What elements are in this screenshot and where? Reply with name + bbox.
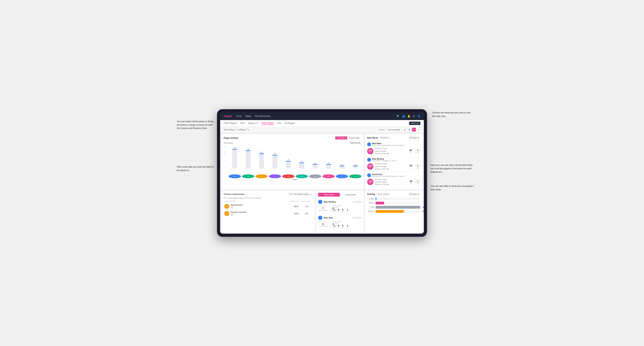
scoring-bar-wrap: 315 <box>376 210 420 213</box>
scoring-bar-fill <box>376 210 404 213</box>
shot-card[interactable]: Matt Miller 09 Jun 2023 · Royal North De… <box>367 141 420 156</box>
y-label-0: 0 <box>224 167 225 169</box>
most-active-tab[interactable]: Most Active <box>318 193 340 197</box>
bar-value: 9 <box>274 153 275 155</box>
bar[interactable] <box>299 163 304 169</box>
bar[interactable] <box>340 166 344 169</box>
add-to-all-button[interactable]: Add To All <box>409 122 420 125</box>
shot-card[interactable]: Blair McHarg 23 Jul 2023 · Ashridge GC, … <box>367 156 420 172</box>
bar[interactable] <box>353 166 358 169</box>
least-active-tab[interactable]: Least Active <box>340 193 362 197</box>
bell-icon[interactable]: 🔔 <box>408 115 410 118</box>
nav-items: Home Teams My Performance <box>236 115 396 117</box>
bar-group: 5 <box>282 159 294 169</box>
ma-avatar <box>318 200 322 204</box>
sub-nav: PGAT Players PGA Hcaps 1-5 Team Clippd T… <box>220 120 424 127</box>
pl-filter-dropdown[interactable]: PUTT Must Make Putting... ▾ <box>288 193 312 196</box>
bar[interactable] <box>286 161 291 169</box>
pl-pb-score: 19/20 <box>291 205 301 207</box>
bar[interactable] <box>326 164 331 169</box>
shot-avatar <box>367 158 371 162</box>
list-view-icon[interactable]: ☰ <box>403 128 407 132</box>
bar[interactable] <box>232 149 237 169</box>
toggle-group: On Course Practice Drills <box>335 136 362 140</box>
scoring-player-filter[interactable]: All Players ▾ <box>408 193 420 196</box>
shot-zero: 0 yds <box>416 149 420 154</box>
shot-badge: 198 SG <box>367 179 374 185</box>
annotation-filter: Filter what data you wish the table to b… <box>177 165 215 172</box>
scoring-panel: Scoring Par 3, 4 & 5s ▾ All Players ▾ Ea… <box>365 191 422 232</box>
bar-chart-area: 15 10 5 0 1312109543322 <box>224 146 362 174</box>
tablet-screen: clippd Home Teams My Performance 🔍 👥 🔔 ⊕… <box>220 112 424 234</box>
nav-item-teams[interactable]: Teams <box>245 115 251 117</box>
shot-badge-number: 200 <box>368 165 372 167</box>
shot-card[interactable]: David Ford 24 Aug 2023 · Royal North Dev… <box>367 172 420 187</box>
panel-header: Player Activity On Course Practice Drill… <box>224 136 362 140</box>
edit-icon[interactable]: ✏️ <box>247 129 250 131</box>
bar-group: 9 <box>269 153 281 169</box>
bar-value: 3 <box>328 162 329 164</box>
pl-title: Practice Leaderboards <box>224 193 244 195</box>
bar-group: 2 <box>349 164 362 169</box>
sub-nav-pga[interactable]: PGA <box>240 122 245 125</box>
time-select-dropdown[interactable]: Last 3 months <box>386 128 401 131</box>
avatar-icon[interactable]: 👤 <box>418 115 420 118</box>
pl-player: EC Edward Crossman 2 <box>224 211 291 216</box>
bar-group: 13 <box>228 147 241 169</box>
annotation-player-filter: You can also filter to show just one pla… <box>430 184 476 191</box>
bar[interactable] <box>272 155 278 169</box>
ma-date: 02 Sep 2023 <box>352 217 362 219</box>
all-shots-filter[interactable]: All Shots ▾ <box>380 136 390 139</box>
people-icon[interactable]: 👥 <box>402 115 405 118</box>
nav-right: 🔍 👥 🔔 ⊕ 👤 <box>396 115 420 118</box>
card-view-icon[interactable]: ♥ <box>412 128 416 132</box>
bar-value: 2 <box>355 164 356 165</box>
scoring-filter-dropdown[interactable]: Par 3, 4 & 5s ▾ <box>376 193 390 196</box>
pl-row[interactable]: EC Edward Crossman 2 18/20 107 <box>224 210 312 217</box>
chart-avatar: DF <box>255 174 268 178</box>
bar[interactable] <box>246 150 250 169</box>
player-count: 14 Players <box>237 129 246 131</box>
scoring-chart: Eagles 3 Birdies 96 Pars 499 Bogeys 315 <box>367 197 420 213</box>
scoring-bar-fill <box>376 206 420 209</box>
total-rounds-dropdown[interactable]: Total Rounds <box>349 141 362 144</box>
separator: | <box>235 129 236 131</box>
sub-nav-team-clippd[interactable]: Team Clippd <box>261 122 274 125</box>
shot-info: Shot Dist: 16 yds Start Lie: Rough End L… <box>375 178 406 186</box>
chart-avatar: RB <box>309 174 322 178</box>
on-course-toggle[interactable]: On Course <box>335 137 347 140</box>
pl-row[interactable]: RB Richard Butler 1 19/20 110 <box>224 203 312 210</box>
practice-drills-toggle[interactable]: Practice Drills <box>347 137 362 140</box>
nav-item-my-performance[interactable]: My Performance <box>255 115 270 117</box>
sub-nav-tour[interactable]: Tour <box>277 122 281 125</box>
sub-nav-pgat[interactable]: PGAT Players <box>224 122 237 125</box>
scoring-bar-row: Bogeys 315 <box>367 210 420 213</box>
scoring-bar-row: Birdies 96 <box>367 202 420 204</box>
sub-nav-hcaps[interactable]: Hcaps 1-5 <box>248 122 258 125</box>
scoring-bar-label: Birdies <box>367 202 374 204</box>
search-icon[interactable]: 🔍 <box>396 115 400 118</box>
shot-details-row: 200 SG Shot Dist: 43 yds Start Lie: Roug… <box>367 163 420 170</box>
scoring-header: Scoring Par 3, 4 & 5s ▾ All Players ▾ <box>367 193 420 196</box>
ma-name: Rees Britt <box>324 217 333 219</box>
pl-player: RB Richard Butler 1 <box>224 204 291 209</box>
bar-value: 12 <box>247 148 249 150</box>
chart-x-label: Players <box>224 178 362 180</box>
chart-avatar: EE <box>282 174 294 178</box>
grid-view-icon[interactable]: ⊞ <box>408 128 411 132</box>
table-view-icon[interactable]: ≡ <box>416 128 420 132</box>
nav-item-home[interactable]: Home <box>236 115 242 117</box>
bottom-row: Practice Leaderboards PUTT Must Make Put… <box>220 190 424 234</box>
shot-player-name: Matt Miller <box>372 142 404 145</box>
pl-rank: 2 <box>231 213 234 216</box>
ma-player-row: Rees Britt 02 Sep 2023 Total Rounds 8 To… <box>318 214 362 230</box>
chart-avatar: BB <box>242 174 254 178</box>
bar[interactable] <box>313 164 318 169</box>
shot-cards-container: Matt Miller 09 Jun 2023 · Royal North De… <box>367 141 420 187</box>
bar[interactable] <box>259 154 264 169</box>
pl-avatar: RB <box>224 204 229 209</box>
sub-nav-all-players[interactable]: All Players <box>285 122 295 125</box>
all-players-filter[interactable]: All Players ▾ <box>408 136 420 139</box>
circle-plus-icon[interactable]: ⊕ <box>413 115 415 118</box>
shot-stat: 43 yds <box>408 164 414 169</box>
